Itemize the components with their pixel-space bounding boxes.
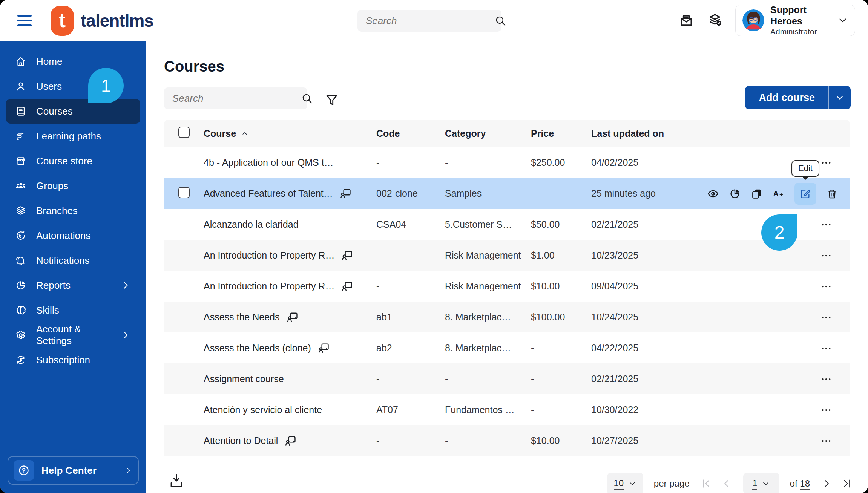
path-icon: [15, 130, 26, 142]
course-title[interactable]: Atención y servicio al cliente: [204, 404, 322, 415]
app-logo[interactable]: t talentlms: [51, 6, 153, 36]
sidebar-item-skills[interactable]: Skills: [6, 298, 140, 323]
course-code: 002-clone: [376, 188, 445, 199]
course-updated: 09/04/2025: [591, 281, 707, 292]
download-icon[interactable]: [168, 473, 185, 489]
add-course-caret[interactable]: [829, 86, 851, 109]
sidebar-item-label: Branches: [36, 205, 78, 217]
table-row[interactable]: An Introduction to Property R…-Risk Mana…: [164, 240, 850, 271]
sidebar-item-courses[interactable]: Courses: [6, 99, 140, 124]
page-select[interactable]: 1: [743, 473, 779, 493]
course-title[interactable]: Attention to Detail: [204, 435, 278, 446]
sidebar-item-reports[interactable]: Reports: [6, 273, 140, 298]
global-search-input[interactable]: [365, 15, 494, 27]
user-role: Administrator: [770, 27, 831, 36]
sidebar-item-label: Groups: [36, 180, 68, 192]
copy-icon[interactable]: [751, 188, 763, 200]
help-center-button[interactable]: Help Center: [8, 456, 139, 485]
row-checkbox[interactable]: [178, 187, 190, 198]
table-row[interactable]: Advanced Features of Talent…002-cloneSam…: [164, 178, 850, 209]
sidebar-item-learning-paths[interactable]: Learning paths: [6, 124, 140, 149]
course-category: -: [445, 374, 531, 384]
row-menu-button[interactable]: [819, 343, 833, 354]
course-price: -: [531, 404, 591, 415]
row-menu-button[interactable]: [819, 219, 833, 230]
last-page-icon[interactable]: [841, 478, 853, 490]
course-updated: 04/02/2025: [591, 157, 707, 168]
inbox-message-icon[interactable]: [679, 13, 694, 28]
row-menu-button[interactable]: [819, 435, 833, 447]
branch-switch-icon[interactable]: [707, 12, 722, 28]
sidebar-item-label: Users: [36, 81, 62, 92]
per-page-label: per page: [654, 478, 690, 489]
sidebar-item-groups[interactable]: Groups: [6, 173, 140, 198]
row-menu-button[interactable]: [819, 157, 833, 168]
user-icon: [15, 81, 26, 92]
row-menu-button[interactable]: [819, 250, 833, 261]
brain-icon: [15, 305, 26, 316]
select-all-checkbox[interactable]: [178, 127, 190, 138]
table-row[interactable]: Attention to Detail--$10.0010/27/2025: [164, 425, 850, 456]
course-code: ab2: [376, 343, 445, 354]
column-course[interactable]: Course: [204, 128, 376, 139]
course-title[interactable]: Assess the Needs (clone): [204, 343, 311, 354]
translate-icon[interactable]: A: [773, 188, 785, 200]
sidebar-item-label: Learning paths: [36, 130, 101, 142]
course-type-icon: [287, 311, 299, 323]
gear-icon: [15, 329, 26, 341]
prev-page-icon[interactable]: [721, 478, 733, 490]
first-page-icon[interactable]: [700, 478, 712, 490]
row-menu-button[interactable]: [819, 404, 833, 416]
course-title[interactable]: An Introduction to Property R…: [204, 250, 334, 261]
table-row[interactable]: Assignment course---02/21/2025: [164, 363, 850, 394]
chevron-down-icon: [837, 15, 848, 26]
edit-button[interactable]: Edit2: [794, 183, 816, 205]
sidebar-item-notifications[interactable]: Notifications: [6, 248, 140, 273]
chevron-down-icon: [835, 93, 845, 103]
row-menu-button[interactable]: [819, 312, 833, 323]
course-type-icon: [285, 435, 297, 447]
sidebar-item-course-store[interactable]: Course store: [6, 149, 140, 173]
add-course-label[interactable]: Add course: [745, 86, 829, 109]
course-code: -: [376, 157, 445, 168]
course-code: ab1: [376, 312, 445, 323]
sidebar-item-branches[interactable]: Branches: [6, 198, 140, 223]
course-title[interactable]: An Introduction to Property R…: [204, 281, 334, 292]
course-price: $50.00: [531, 219, 591, 230]
table-row[interactable]: Alcanzando la claridadCSA045.Customer S……: [164, 209, 850, 240]
course-category: -: [445, 435, 531, 446]
next-page-icon[interactable]: [820, 478, 833, 490]
course-title[interactable]: 4b - Application of our QMS t…: [204, 157, 334, 168]
eye-icon[interactable]: [707, 188, 719, 200]
course-type-icon: [340, 188, 352, 200]
column-last-updated: Last updated on: [591, 128, 707, 139]
automation-icon: [15, 230, 26, 241]
table-row[interactable]: An Introduction to Property R…-Risk Mana…: [164, 271, 850, 302]
hamburger-menu-icon[interactable]: [17, 15, 32, 26]
sidebar-item-home[interactable]: Home: [6, 49, 140, 74]
table-row[interactable]: 4b - Application of our QMS t…--$250.000…: [164, 147, 850, 178]
row-menu-button[interactable]: [819, 281, 833, 292]
sidebar-item-automations[interactable]: Automations: [6, 223, 140, 248]
course-updated: 10/27/2025: [591, 435, 707, 446]
course-price: -: [531, 374, 591, 384]
user-profile-menu[interactable]: Support Heroes Administrator: [735, 5, 855, 36]
course-title[interactable]: Assignment course: [204, 374, 284, 384]
sidebar-item-label: Course store: [36, 155, 92, 167]
table-row[interactable]: Assess the Needsab18. Marketplac…$100.00…: [164, 302, 850, 332]
filter-icon[interactable]: [325, 93, 339, 107]
course-price: -: [531, 188, 591, 199]
course-title[interactable]: Advanced Features of Talent…: [204, 188, 333, 199]
add-course-button[interactable]: Add course: [745, 86, 851, 109]
course-title[interactable]: Alcanzando la claridad: [204, 219, 299, 230]
row-menu-button[interactable]: [819, 374, 833, 385]
course-title[interactable]: Assess the Needs: [204, 312, 280, 323]
sidebar-item-account-settings[interactable]: Account & Settings: [6, 323, 140, 348]
course-search-input[interactable]: [172, 92, 301, 105]
sidebar-item-subscription[interactable]: Subscription: [6, 348, 140, 372]
pie-chart-icon[interactable]: [729, 188, 741, 200]
trash-icon[interactable]: [826, 188, 838, 200]
table-row[interactable]: Atención y servicio al clienteAT07Fundam…: [164, 394, 850, 425]
per-page-select[interactable]: 10: [607, 473, 643, 493]
table-row[interactable]: Assess the Needs (clone)ab28. Marketplac…: [164, 332, 850, 363]
